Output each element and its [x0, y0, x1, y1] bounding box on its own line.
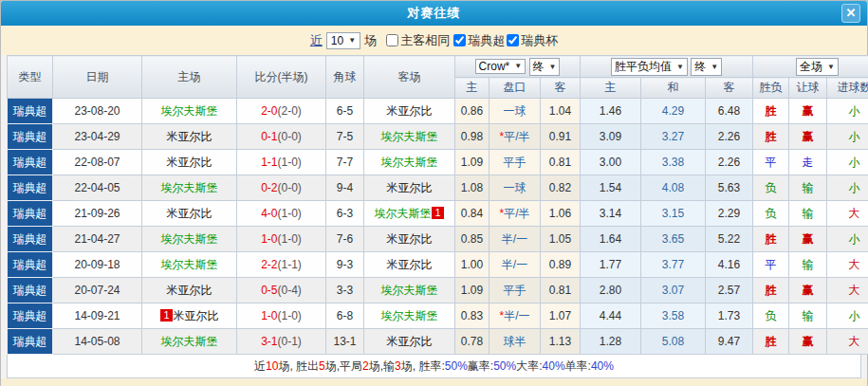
- summary-segment: 50%: [493, 359, 516, 373]
- cell-result: 胜: [753, 227, 789, 252]
- cell-date: 21-09-26: [53, 201, 142, 227]
- chevron-down-icon: ▼: [711, 63, 718, 71]
- red-card-badge: 1: [432, 207, 443, 219]
- cell-ah-away-odds: 0.82: [541, 175, 581, 201]
- league-checkbox-1[interactable]: [507, 34, 519, 46]
- team-name: 米亚尔比: [387, 258, 433, 271]
- cell-result: 平: [753, 150, 789, 175]
- team-name: 埃尔夫斯堡: [381, 284, 438, 297]
- col-header-away: 客场: [364, 56, 455, 99]
- cell-eu-home-odds: 1.28: [581, 329, 641, 355]
- cell-score: 4-0(1-0): [237, 201, 326, 227]
- team-name: 米亚尔比: [387, 104, 433, 118]
- cell-eu-away-odds: 9.47: [706, 329, 753, 355]
- europe-source-value: 胜平负均值: [615, 59, 672, 75]
- cell-goals: 小: [827, 227, 868, 252]
- cell-eu-draw-odds: 4.29: [641, 99, 706, 124]
- sub-header-ah-home: 主: [455, 78, 489, 99]
- cell-eu-draw-odds: 3.07: [641, 278, 706, 303]
- cell-ah-away-odds: 1.06: [541, 201, 581, 227]
- match-count-select[interactable]: 10 ▼: [326, 32, 360, 49]
- sub-header-eu-away: 客: [706, 78, 753, 99]
- team-name: 埃尔夫斯堡: [161, 232, 218, 246]
- scope-select[interactable]: 全场 ▼: [796, 58, 839, 76]
- cell-home-team: 埃尔夫斯堡: [142, 227, 237, 252]
- chevron-down-icon: ▼: [549, 63, 557, 71]
- cell-corners: 7-7: [326, 150, 364, 175]
- cell-league: 瑞典超: [8, 175, 53, 201]
- league-option-1: 瑞典杯: [507, 32, 558, 49]
- cell-home-team: 米亚尔比: [142, 150, 237, 175]
- cell-ah-away-odds: 0.81: [541, 278, 581, 303]
- col-header-date: 日期: [53, 56, 142, 99]
- league-checkbox-0[interactable]: [453, 34, 466, 46]
- cell-ah-home-odds: 1.09: [455, 150, 489, 175]
- match-row: 瑞典超21-09-26米亚尔比4-0(1-0)6-3埃尔夫斯堡10.84*平/半…: [8, 201, 868, 227]
- cell-ah-away-odds: 1.04: [541, 99, 581, 124]
- cell-result: 胜: [753, 278, 789, 303]
- sub-header-ah-away: 客: [541, 78, 581, 99]
- cell-eu-home-odds: 1.64: [581, 227, 641, 252]
- cell-league: 瑞典超: [8, 252, 53, 278]
- odds-state-select[interactable]: 终 ▼: [529, 58, 561, 76]
- cell-result: 平: [753, 252, 789, 278]
- cell-date: 23-04-29: [53, 124, 142, 150]
- same-venue-checkbox[interactable]: [386, 34, 398, 46]
- cell-league: 瑞典超: [8, 124, 53, 150]
- cell-ah-home-odds: 1.00: [455, 252, 489, 278]
- cell-date: 14-09-21: [53, 303, 142, 329]
- cell-ah-away-odds: 1.07: [541, 303, 581, 329]
- cell-eu-home-odds: 1.46: [581, 99, 641, 124]
- near-link[interactable]: 近: [310, 32, 323, 49]
- cell-ah-home-odds: 1.09: [455, 278, 489, 303]
- match-row: 瑞典超23-04-29米亚尔比0-1(0-0)7-5埃尔夫斯堡0.98*平/半0…: [8, 124, 868, 150]
- cell-eu-away-odds: 4.16: [706, 252, 753, 278]
- cell-eu-away-odds: 6.48: [706, 99, 753, 124]
- cell-eu-away-odds: 2.29: [706, 201, 753, 227]
- cell-league: 瑞典超: [8, 278, 53, 303]
- match-row: 瑞典超14-09-211米亚尔比1-0(1-0)6-8埃尔夫斯堡0.83*半/一…: [8, 303, 868, 329]
- cell-handicap-result: 赢: [789, 99, 827, 124]
- cell-ah-line: *平/半: [489, 124, 541, 150]
- cell-home-team: 1米亚尔比: [142, 303, 237, 329]
- cell-handicap-result: 输: [789, 201, 827, 227]
- cell-ah-line: 平手: [489, 150, 541, 175]
- cell-eu-away-odds: 2.57: [706, 278, 753, 303]
- cell-goals: 小: [827, 99, 868, 124]
- team-name: 米亚尔比: [387, 232, 433, 246]
- cell-ah-home-odds: 0.85: [455, 227, 489, 252]
- bottom-strip: [1, 378, 867, 386]
- cell-ah-home-odds: 0.78: [455, 329, 489, 355]
- cell-ah-home-odds: 0.83: [455, 303, 489, 329]
- cell-eu-draw-odds: 3.77: [641, 252, 706, 278]
- match-row: 瑞典超22-04-05埃尔夫斯堡0-2(0-0)9-4米亚尔比1.08一球0.8…: [8, 175, 868, 201]
- cell-away-team: 米亚尔比: [364, 252, 455, 278]
- h2h-table: 类型 日期 主场 比分(半场) 角球 客场 Crow* ▼ 终 ▼: [7, 55, 868, 355]
- cell-score: 2-0(2-0): [237, 99, 326, 124]
- match-count-value: 10: [331, 34, 343, 47]
- cell-ah-away-odds: 0.91: [541, 124, 581, 150]
- europe-state-select[interactable]: 终 ▼: [691, 58, 722, 76]
- europe-source-select[interactable]: 胜平负均值 ▼: [611, 58, 688, 76]
- cell-date: 20-09-18: [53, 252, 142, 278]
- table-container: 类型 日期 主场 比分(半场) 角球 客场 Crow* ▼ 终 ▼: [1, 55, 867, 355]
- cell-score: 0-1(0-0): [237, 124, 326, 150]
- summary-segment: 赢率:: [468, 358, 493, 375]
- cell-score: 1-0(1-0): [237, 303, 326, 329]
- col-header-type: 类型: [8, 56, 53, 99]
- cell-date: 20-07-24: [53, 278, 142, 303]
- chevron-down-icon: ▼: [827, 63, 835, 71]
- group-header-asian-odds: Crow* ▼ 终 ▼: [455, 56, 581, 78]
- close-icon[interactable]: ✕: [841, 4, 860, 23]
- col-header-home: 主场: [142, 56, 237, 99]
- cell-eu-draw-odds: 3.65: [641, 227, 706, 252]
- h2h-dialog: 对赛往绩 ✕ 近 10 ▼ 场 主客相同 瑞典超 瑞典杯: [0, 0, 868, 386]
- odds-source-select[interactable]: Crow* ▼: [475, 59, 526, 74]
- cell-result: 负: [753, 201, 789, 227]
- team-name: 米亚尔比: [387, 181, 433, 194]
- filter-bar: 近 10 ▼ 场 主客相同 瑞典超 瑞典杯: [1, 26, 867, 55]
- match-row: 瑞典超23-08-20埃尔夫斯堡2-0(2-0)6-5米亚尔比0.86一球1.0…: [8, 99, 868, 124]
- history-rows: 瑞典超23-08-20埃尔夫斯堡2-0(2-0)6-5米亚尔比0.86一球1.0…: [8, 99, 868, 355]
- summary-segment: 40%: [591, 359, 614, 373]
- summary-segment: 近: [254, 358, 266, 375]
